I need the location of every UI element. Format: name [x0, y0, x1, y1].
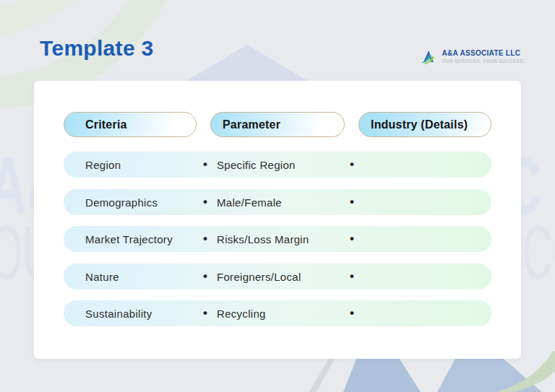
industry-bullet-icon: • [350, 195, 354, 209]
logo-tagline: OUR SERVICES. YOUR SUCCESS. [442, 58, 525, 64]
row-parameter: Foreigners/Local [217, 270, 301, 282]
parameter-bullet-icon: • [203, 232, 207, 246]
slide: A&A ASSOCIATE LLC OUR SERVICES. YOUR SUC… [0, 0, 555, 392]
page-title: Template 3 [40, 36, 154, 61]
industry-bullet-icon: • [350, 269, 354, 284]
table-row: Market Trajectory • Risks/Loss Margin • [64, 226, 491, 252]
table-rows: Region • Specific Region • Demographics … [64, 152, 491, 338]
row-parameter: Specific Region [217, 159, 296, 171]
table-row: Demographics • Male/Female • [64, 189, 491, 215]
parameter-bullet-icon: • [203, 306, 207, 321]
header-pill-criteria: Criteria [64, 112, 197, 137]
parameter-bullet-icon: • [203, 195, 207, 209]
header-pill-industry: Industry (Details) [358, 112, 491, 137]
row-parameter: Male/Female [217, 196, 282, 208]
row-criteria: Nature [85, 270, 119, 282]
row-criteria: Demographics [85, 196, 158, 208]
logo-text: A&A ASSOCIATE LLC OUR SERVICES. YOUR SUC… [442, 49, 525, 64]
header-parameter-label: Parameter [223, 118, 280, 131]
table-row: Nature • Foreigners/Local • [64, 263, 491, 289]
industry-bullet-icon: • [350, 306, 354, 321]
parameter-bullet-icon: • [203, 269, 207, 284]
decor-triangle [181, 45, 314, 84]
row-criteria: Market Trajectory [85, 233, 173, 245]
logo-a-icon [419, 48, 438, 65]
header-industry-label: Industry (Details) [371, 118, 468, 131]
industry-bullet-icon: • [350, 232, 354, 246]
row-parameter: Recycling [217, 308, 266, 320]
table-row: Region • Specific Region • [64, 152, 491, 178]
table-row: Sustainability • Recycling • [64, 300, 491, 326]
logo-name: A&A ASSOCIATE LLC [442, 49, 525, 57]
header-criteria-label: Criteria [85, 118, 127, 131]
parameter-bullet-icon: • [203, 157, 207, 172]
logo: A&A ASSOCIATE LLC OUR SERVICES. YOUR SUC… [419, 48, 525, 65]
row-criteria: Region [85, 159, 121, 171]
row-parameter: Risks/Loss Margin [217, 233, 309, 245]
content-card: Criteria Parameter Industry (Details) Re… [34, 81, 521, 359]
header-pill-parameter: Parameter [210, 112, 345, 137]
row-criteria: Sustainability [85, 308, 152, 320]
industry-bullet-icon: • [350, 157, 354, 172]
